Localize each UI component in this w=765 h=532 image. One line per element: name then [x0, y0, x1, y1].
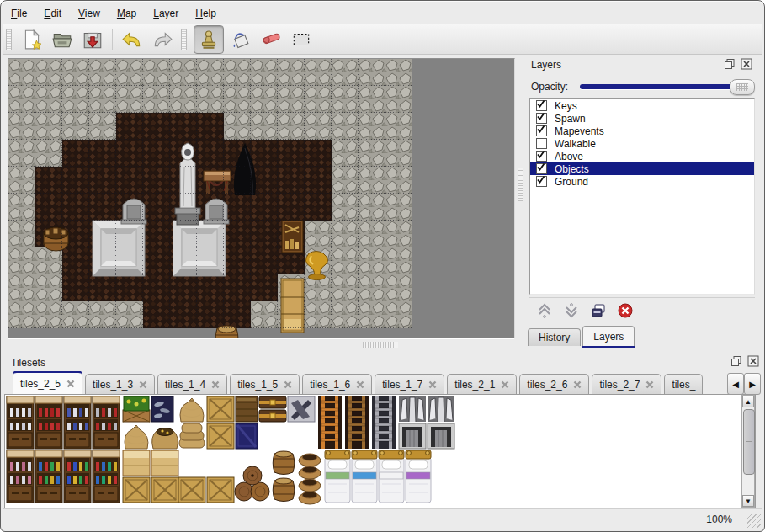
close-tab-icon[interactable] — [211, 380, 220, 389]
layer-visibility-checkbox[interactable] — [536, 125, 547, 136]
layer-name: Spawn — [555, 113, 586, 125]
dock-tab-history[interactable]: History — [528, 328, 581, 346]
toolbar-grip[interactable] — [181, 29, 187, 50]
tileset-tab-tiles_2_6[interactable]: tiles_2_6 — [519, 374, 589, 394]
tab-scroll-right-icon[interactable]: ▶ — [744, 373, 761, 395]
select-tool-button[interactable] — [288, 27, 315, 52]
open-file-button[interactable] — [49, 27, 76, 52]
menu-item-map[interactable]: Map — [109, 5, 145, 22]
layer-visibility-checkbox[interactable] — [536, 113, 547, 124]
tileset-tab-label: tiles_1_3 — [93, 379, 133, 391]
layer-row-spawn[interactable]: Spawn — [530, 112, 754, 125]
raise-layer-button[interactable] — [536, 302, 553, 319]
layer-visibility-checkbox[interactable] — [536, 151, 547, 162]
tileset-tab-label: tiles_2_1 — [454, 379, 495, 391]
vertical-splitter[interactable] — [516, 58, 524, 339]
dock-tab-layers[interactable]: Layers — [582, 326, 635, 346]
tileset-tab-tiles_2_1[interactable]: tiles_2_1 — [447, 374, 517, 394]
tileset-tab-label: tiles_2_6 — [527, 379, 567, 391]
layer-name: Mapevents — [555, 125, 604, 137]
tilesets-panel-title: Tilesets — [11, 357, 45, 369]
save-file-button[interactable] — [79, 27, 106, 52]
stamp-tool-button[interactable] — [194, 25, 224, 54]
layer-visibility-checkbox[interactable] — [536, 176, 547, 187]
close-tab-icon[interactable] — [139, 380, 147, 389]
menu-item-edit[interactable]: Edit — [35, 5, 70, 22]
layer-visibility-checkbox[interactable] — [536, 163, 547, 174]
close-tab-icon[interactable] — [66, 380, 75, 388]
layer-name: Ground — [555, 176, 588, 188]
layer-row-walkable[interactable]: Walkable — [530, 137, 754, 150]
tileset-tab-label: tiles_1_6 — [310, 379, 350, 391]
tileset-tab-label: tiles_ — [672, 379, 695, 391]
tileset-tab-tiles_2_5[interactable]: tiles_2_5 — [13, 371, 82, 394]
layer-list: KeysSpawnMapeventsWalkableAboveObjectsGr… — [529, 98, 755, 295]
tileset-tab-tiles[interactable]: tiles_ — [664, 374, 703, 394]
close-tab-icon[interactable] — [284, 380, 292, 389]
layer-row-ground[interactable]: Ground — [530, 175, 754, 188]
float-panel-icon[interactable] — [724, 58, 736, 70]
tilesets-panel: Tilesets tiles_2_5tiles_1_3tiles_1_4tile… — [4, 354, 762, 509]
tileset-tab-tiles_1_3[interactable]: tiles_1_3 — [85, 374, 155, 394]
horizontal-splitter[interactable] — [363, 342, 398, 348]
tileset-tab-label: tiles_1_5 — [237, 379, 278, 391]
undo-button[interactable] — [119, 27, 146, 52]
menu-item-layer[interactable]: Layer — [145, 5, 187, 22]
status-bar: 100% — [3, 508, 762, 529]
close-tab-icon[interactable] — [428, 380, 437, 389]
layer-visibility-checkbox[interactable] — [536, 138, 547, 149]
toolbar-separator — [112, 29, 113, 50]
opacity-label: Opacity: — [531, 81, 568, 93]
toolbar-grip[interactable] — [6, 29, 12, 50]
redo-button[interactable] — [149, 27, 176, 52]
layer-visibility-checkbox[interactable] — [536, 100, 547, 111]
layer-row-above[interactable]: Above — [530, 150, 754, 162]
tileset-tabbar: tiles_2_5tiles_1_3tiles_1_4tiles_1_5tile… — [13, 371, 725, 394]
close-panel-icon[interactable] — [747, 355, 759, 367]
close-panel-icon[interactable] — [741, 58, 752, 70]
scroll-up-icon[interactable]: ▲ — [742, 396, 754, 407]
new-file-button[interactable] — [19, 27, 45, 52]
resize-grip[interactable] — [747, 514, 761, 528]
tileset-tab-label: tiles_1_7 — [382, 379, 422, 391]
layer-row-mapevents[interactable]: Mapevents — [530, 125, 754, 137]
scroll-down-icon[interactable]: ▼ — [742, 495, 754, 507]
opacity-slider-handle[interactable] — [730, 79, 755, 95]
app-window: FileEditViewMapLayerHelp — [0, 0, 765, 532]
layer-name: Keys — [555, 100, 577, 112]
layer-name: Above — [555, 151, 583, 162]
tileset-tab-tiles_1_4[interactable]: tiles_1_4 — [157, 374, 227, 394]
delete-layer-button[interactable] — [617, 302, 634, 319]
tileset-tab-tiles_1_7[interactable]: tiles_1_7 — [375, 374, 444, 394]
layer-row-keys[interactable]: Keys — [530, 99, 754, 112]
opacity-slider[interactable] — [578, 77, 755, 96]
close-tab-icon[interactable] — [356, 380, 364, 389]
layers-panel-titlebar: Layers — [524, 56, 759, 74]
float-panel-icon[interactable] — [730, 355, 742, 367]
close-tab-icon[interactable] — [573, 380, 582, 389]
map-canvas[interactable] — [8, 58, 515, 339]
tilesets-panel-titlebar: Tilesets — [4, 354, 762, 372]
close-tab-icon[interactable] — [501, 380, 509, 389]
tileset-tab-tiles_1_5[interactable]: tiles_1_5 — [230, 374, 300, 394]
duplicate-layer-button[interactable] — [590, 302, 607, 319]
zoom-level: 100% — [706, 513, 732, 525]
opacity-slider-track[interactable] — [580, 84, 753, 89]
eraser-tool-button[interactable] — [258, 27, 284, 52]
tileset-tab-label: tiles_1_4 — [165, 379, 205, 391]
fill-tool-button[interactable] — [227, 27, 254, 52]
layer-row-objects[interactable]: Objects — [530, 162, 754, 175]
tileset-tab-tiles_2_7[interactable]: tiles_2_7 — [592, 374, 661, 394]
menu-item-file[interactable]: File — [3, 5, 35, 22]
tab-scroll-left-icon[interactable]: ◀ — [727, 373, 744, 395]
splitter-grip[interactable] — [518, 168, 523, 201]
tileset-tab-label: tiles_2_7 — [599, 379, 640, 391]
menu-item-view[interactable]: View — [70, 5, 109, 22]
tileset-tab-tiles_1_6[interactable]: tiles_1_6 — [302, 374, 372, 394]
close-tab-icon[interactable] — [645, 380, 654, 389]
tileset-scrollbar[interactable]: ▲ ▼ — [741, 395, 755, 508]
tileset-canvas[interactable] — [4, 394, 756, 508]
scrollbar-thumb[interactable] — [743, 409, 755, 475]
menu-item-help[interactable]: Help — [187, 5, 225, 22]
lower-layer-button[interactable] — [563, 302, 580, 319]
